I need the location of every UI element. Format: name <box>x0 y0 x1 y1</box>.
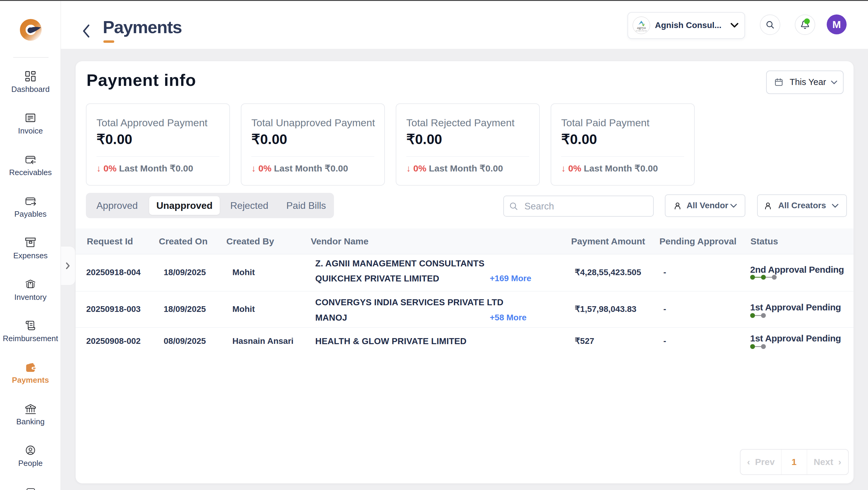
svg-text:agrya: agrya <box>637 25 646 30</box>
svg-text:AN FINANCE PARTNER: AN FINANCE PARTNER <box>636 30 647 32</box>
